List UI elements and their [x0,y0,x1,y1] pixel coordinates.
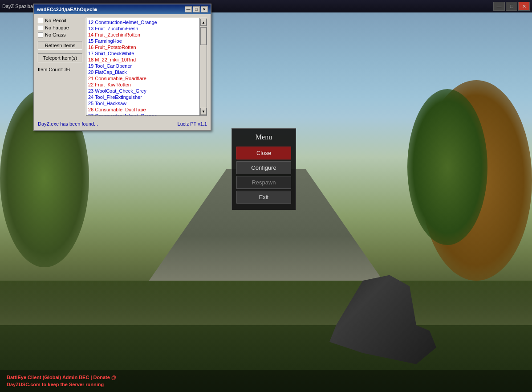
tool-content: No Recoil No Fatigue No Grass Refresh It… [34,14,211,119]
teleport-items-button[interactable]: Teleport Item(s) [38,53,82,62]
status-line1: BattlEye Client (Global) Admin BEC | Don… [7,375,116,380]
list-item[interactable]: 14 Fruit_ZucchiniRotten [87,32,206,38]
taskbar-maximize-button[interactable]: □ [506,2,517,11]
list-item[interactable]: 21 Consumable_Roadflare [87,75,206,82]
scrollbar-down-arrow[interactable]: ▼ [200,108,207,115]
no-recoil-label: No Recoil [45,18,66,23]
weapon-shape [309,258,443,370]
no-recoil-checkbox[interactable] [38,18,43,23]
footer-version-text: Luciz PT v1.1 [178,121,207,127]
tool-titlebar: wadECc2J4даЕАhОqисlж — □ ✕ [34,4,211,14]
status-bar: BattlEye Client (Global) Admin BEC | Don… [0,370,532,392]
list-item[interactable]: 20 FlatCap_Black [87,69,206,75]
items-listbox[interactable]: 12 ConstructionHelmet_Orange13 Fruit_Zuc… [86,18,207,116]
no-fatigue-checkbox[interactable] [38,25,43,30]
game-menu-configure-button[interactable]: Configure [236,161,291,174]
no-fatigue-row: No Fatigue [38,25,82,30]
list-item[interactable]: 18 M_22_mkii_10Rnd [87,57,206,63]
list-item[interactable]: 19 Tool_CanOpener [87,63,206,69]
game-menu-respawn-button: Respawn [236,176,291,189]
list-item[interactable]: 16 Fruit_PotatoRotten [87,44,206,50]
no-recoil-row: No Recoil [38,18,82,23]
scrollbar-up-arrow[interactable]: ▲ [200,19,207,26]
no-fatigue-label: No Fatigue [45,25,69,30]
tool-window: wadECc2J4даЕАhОqисlж — □ ✕ No Recoil No … [33,4,211,131]
weapon-in-hand [309,258,443,370]
status-text: BattlEye Client (Global) Admin BEC | Don… [7,374,116,388]
tool-footer: DayZ.exe has been found... Luciz PT v1.1 [34,119,211,130]
tool-right-panel: 12 ConstructionHelmet_Orange13 Fruit_Zuc… [86,18,207,116]
tool-maximize-button[interactable]: □ [193,6,200,12]
no-grass-checkbox[interactable] [38,32,43,37]
list-item[interactable]: 12 ConstructionHelmet_Orange [87,19,206,25]
game-menu-title: Menu [236,133,291,141]
scrollbar-thumb[interactable] [200,27,207,45]
list-item[interactable]: 25 Tool_Hacksaw [87,100,206,106]
list-item[interactable]: 22 Fruit_KiwiRotten [87,82,206,88]
items-list: 12 ConstructionHelmet_Orange13 Fruit_Zuc… [86,18,207,115]
no-grass-row: No Grass [38,32,82,37]
game-menu-close-button[interactable]: Close [236,147,291,159]
item-count-label: Item Count: 36 [38,67,82,72]
scrollbar[interactable]: ▲ ▼ [199,18,207,115]
list-item[interactable]: 27 ConstructionHelmet_Orange [87,113,206,115]
tool-close-button[interactable]: ✕ [201,6,208,12]
list-item[interactable]: 17 Shirt_CheckWhite [87,50,206,57]
no-grass-label: No Grass [45,32,65,37]
list-item[interactable]: 26 Consumable_DuctTape [87,106,206,113]
game-menu-exit-button[interactable]: Exit [236,191,291,204]
refresh-items-button[interactable]: Refresh Items [38,41,82,50]
tool-minimize-button[interactable]: — [185,6,192,12]
taskbar-minimize-button[interactable]: — [493,2,505,11]
list-item[interactable]: 15 FarmingHoe [87,38,206,44]
list-item[interactable]: 13 Fruit_ZucchiniFresh [87,25,206,32]
list-item[interactable]: 24 Tool_FireExtinguisher [87,94,206,100]
list-item[interactable]: 23 WoolCoat_Check_Grey [87,88,206,94]
tool-left-panel: No Recoil No Fatigue No Grass Refresh It… [38,18,82,116]
footer-status-text: DayZ.exe has been found... [38,121,98,127]
game-menu: Menu CloseConfigureRespawnExit [231,128,296,210]
tree-mid-right [407,89,487,245]
status-line2: DayZUSC.com to keep the Server running [7,382,104,387]
tool-window-title: wadECc2J4даЕАhОqисlж [37,7,184,12]
ground-mid [0,281,532,325]
taskbar-close-button[interactable]: ✕ [518,2,530,11]
